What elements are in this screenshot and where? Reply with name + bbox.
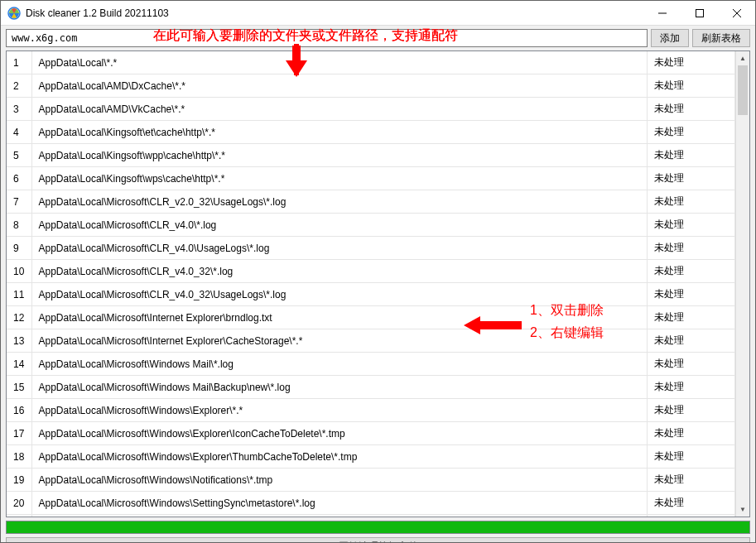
row-status: 未处理 <box>648 376 735 399</box>
table-row[interactable]: 5AppData\Local\Kingsoft\wpp\cache\http\*… <box>7 144 735 167</box>
scroll-up-arrow-icon[interactable]: ▲ <box>736 51 749 65</box>
row-status: 未处理 <box>648 237 735 260</box>
row-status: 未处理 <box>648 515 735 517</box>
row-status: 未处理 <box>648 260 735 283</box>
row-status: 未处理 <box>648 51 735 74</box>
row-index: 11 <box>7 283 31 306</box>
table-row[interactable]: 8AppData\Local\Microsoft\CLR_v4.0\*.log未… <box>7 214 735 237</box>
row-path: AppData\Local\*.* <box>31 51 648 74</box>
start-clean-button[interactable]: 开始清理垃圾文件 <box>6 537 750 543</box>
row-index: 21 <box>7 515 31 517</box>
row-path: AppData\Local\Microsoft\Windows Mail\*.l… <box>31 353 648 376</box>
maximize-button[interactable] <box>681 1 718 25</box>
table-row[interactable]: 11AppData\Local\Microsoft\CLR_v4.0_32\Us… <box>7 283 735 306</box>
row-index: 19 <box>7 469 31 492</box>
table-row[interactable]: 6AppData\Local\Kingsoft\wps\cache\http\*… <box>7 167 735 190</box>
scrollbar-thumb[interactable] <box>738 65 748 115</box>
row-status: 未处理 <box>648 353 735 376</box>
row-path: AppData\Local\Microsoft\Windows\SettingS… <box>31 492 648 515</box>
row-status: 未处理 <box>648 445 735 469</box>
row-status: 未处理 <box>648 121 735 144</box>
row-path: AppData\Local\AMD\VkCache\*.* <box>31 98 648 121</box>
row-status: 未处理 <box>648 306 735 329</box>
table-row[interactable]: 3AppData\Local\AMD\VkCache\*.*未处理 <box>7 98 735 121</box>
table-row[interactable]: 20AppData\Local\Microsoft\Windows\Settin… <box>7 492 735 515</box>
app-icon <box>7 7 21 20</box>
row-path: AppData\Local\Microsoft\CLR_v4.0_32\Usag… <box>31 283 648 306</box>
table-row[interactable]: 10AppData\Local\Microsoft\CLR_v4.0_32\*.… <box>7 260 735 283</box>
row-index: 8 <box>7 214 31 237</box>
row-index: 13 <box>7 329 31 353</box>
row-status: 未处理 <box>648 214 735 237</box>
row-status: 未处理 <box>648 399 735 422</box>
row-status: 未处理 <box>648 283 735 306</box>
table-row[interactable]: 12AppData\Local\Microsoft\Internet Explo… <box>7 306 735 329</box>
window-controls <box>643 1 755 25</box>
minimize-button[interactable] <box>643 1 681 25</box>
table-row[interactable]: 17AppData\Local\Microsoft\Windows\Explor… <box>7 422 735 445</box>
table-viewport: 1AppData\Local\*.*未处理2AppData\Local\AMD\… <box>7 51 735 517</box>
row-path: AppData\Local\Microsoft\Internet Explore… <box>31 329 648 353</box>
row-status: 未处理 <box>648 144 735 167</box>
table-row[interactable]: 7AppData\Local\Microsoft\CLR_v2.0_32\Usa… <box>7 190 735 214</box>
scroll-down-arrow-icon[interactable]: ▼ <box>736 502 749 517</box>
row-index: 17 <box>7 422 31 445</box>
row-index: 6 <box>7 167 31 190</box>
row-path: AppData\Local\Microsoft\CLR_v4.0_32\*.lo… <box>31 260 648 283</box>
table-row[interactable]: 9AppData\Local\Microsoft\CLR_v4.0\UsageL… <box>7 237 735 260</box>
toolbar: 添加 刷新表格 <box>1 26 755 50</box>
row-index: 12 <box>7 306 31 329</box>
row-status: 未处理 <box>648 167 735 190</box>
table-row[interactable]: 4AppData\Local\Kingsoft\et\cache\http\*.… <box>7 121 735 144</box>
table-row[interactable]: 1AppData\Local\*.*未处理 <box>7 51 735 74</box>
table-row[interactable]: 18AppData\Local\Microsoft\Windows\Explor… <box>7 445 735 469</box>
row-path: AppData\Local\Microsoft\Windows Mail\Bac… <box>31 376 648 399</box>
row-index: 18 <box>7 445 31 469</box>
titlebar: Disk cleaner 1.2 Build 20211103 <box>1 1 755 26</box>
table-row[interactable]: 14AppData\Local\Microsoft\Windows Mail\*… <box>7 353 735 376</box>
row-index: 10 <box>7 260 31 283</box>
row-path: AppData\Local\Kingsoft\wps\cache\http\*.… <box>31 167 648 190</box>
row-status: 未处理 <box>648 469 735 492</box>
row-status: 未处理 <box>648 492 735 515</box>
row-path: AppData\Local\Microsoft\Windows\WebCache… <box>31 515 648 517</box>
close-button[interactable] <box>718 1 755 25</box>
row-index: 20 <box>7 492 31 515</box>
row-index: 16 <box>7 399 31 422</box>
row-path: AppData\Local\Microsoft\CLR_v2.0_32\Usag… <box>31 190 648 214</box>
table-row[interactable]: 13AppData\Local\Microsoft\Internet Explo… <box>7 329 735 353</box>
row-path: AppData\Local\AMD\DxCache\*.* <box>31 74 648 98</box>
row-path: AppData\Local\Microsoft\Windows\Explorer… <box>31 399 648 422</box>
row-index: 1 <box>7 51 31 74</box>
row-path: AppData\Local\Microsoft\Windows\Explorer… <box>31 445 648 469</box>
path-input[interactable] <box>6 29 648 47</box>
row-path: AppData\Local\Microsoft\CLR_v4.0\UsageLo… <box>31 237 648 260</box>
refresh-button[interactable]: 刷新表格 <box>692 29 750 47</box>
table-row[interactable]: 16AppData\Local\Microsoft\Windows\Explor… <box>7 399 735 422</box>
vertical-scrollbar[interactable]: ▲ ▼ <box>735 51 749 517</box>
progress-bar <box>6 521 750 534</box>
table-row[interactable]: 21AppData\Local\Microsoft\Windows\WebCac… <box>7 515 735 517</box>
row-index: 3 <box>7 98 31 121</box>
row-path: AppData\Local\Microsoft\CLR_v4.0\*.log <box>31 214 648 237</box>
table-row[interactable]: 19AppData\Local\Microsoft\Windows\Notifi… <box>7 469 735 492</box>
row-path: AppData\Local\Kingsoft\et\cache\http\*.* <box>31 121 648 144</box>
row-path: AppData\Local\Microsoft\Windows\Explorer… <box>31 422 648 445</box>
row-status: 未处理 <box>648 190 735 214</box>
row-index: 4 <box>7 121 31 144</box>
row-path: AppData\Local\Microsoft\Windows\Notifica… <box>31 469 648 492</box>
add-button[interactable]: 添加 <box>651 29 689 47</box>
row-index: 14 <box>7 353 31 376</box>
row-path: AppData\Local\Microsoft\Internet Explore… <box>31 306 648 329</box>
table-container: 1AppData\Local\*.*未处理2AppData\Local\AMD\… <box>6 50 750 517</box>
row-status: 未处理 <box>648 98 735 121</box>
row-index: 15 <box>7 376 31 399</box>
window-title: Disk cleaner 1.2 Build 20211103 <box>26 7 643 19</box>
table-row[interactable]: 15AppData\Local\Microsoft\Windows Mail\B… <box>7 376 735 399</box>
row-path: AppData\Local\Kingsoft\wpp\cache\http\*.… <box>31 144 648 167</box>
row-index: 2 <box>7 74 31 98</box>
row-index: 7 <box>7 190 31 214</box>
rules-table: 1AppData\Local\*.*未处理2AppData\Local\AMD\… <box>7 51 735 517</box>
table-row[interactable]: 2AppData\Local\AMD\DxCache\*.*未处理 <box>7 74 735 98</box>
row-status: 未处理 <box>648 74 735 98</box>
